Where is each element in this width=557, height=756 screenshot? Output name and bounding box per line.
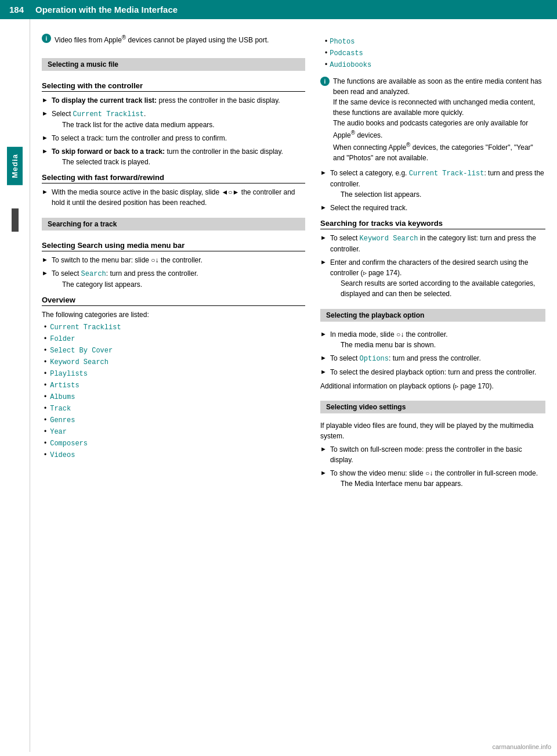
arrow-item-video-menu: ► To show the video menu: slide ○↓ the c… <box>320 468 545 489</box>
arrow-text-14: To select the desired playback option: t… <box>330 367 537 377</box>
arrow-text-3: To select a track: turn the controller a… <box>52 133 227 143</box>
arrow-item-select-required: ► Select the required track. <box>320 203 545 213</box>
arrow-item-keyword-enter: ► Enter and confirm the characters of th… <box>320 257 545 299</box>
arrow-icon-14: ► <box>320 368 327 375</box>
dot-icon: • <box>325 37 327 45</box>
list-item: •Current Tracklist <box>44 322 305 333</box>
arrow-text-7: To select Search: turn and press the con… <box>52 268 198 290</box>
info-functions-available: i The functions are available as soon as… <box>320 76 545 163</box>
page-number: 184 <box>9 5 24 15</box>
video-settings-intro: If playable video files are found, they … <box>320 420 545 441</box>
info-video-text: Video files from Apple® devices cannot b… <box>55 33 269 45</box>
page-title: Operation with the Media Interface <box>35 5 178 15</box>
info-icon-2: i <box>320 77 330 86</box>
list-item: •Artists <box>44 380 305 391</box>
arrow-icon-11: ► <box>320 258 327 265</box>
arrow-item-switch-menu: ► To switch to the menu bar: slide ○↓ th… <box>42 255 305 265</box>
arrow-text-2: Select Current Tracklist. The track list… <box>52 109 215 130</box>
section-searching-track: Searching for a track <box>42 218 305 231</box>
arrow-item-full-screen: ► To switch on full-screen mode: press t… <box>320 444 545 465</box>
list-item: •Videos <box>44 450 305 460</box>
arrow-text-5: With the media source active in the basi… <box>52 187 305 208</box>
left-column: i Video files from Apple® devices cannot… <box>30 19 314 752</box>
sidebar: Media <box>0 19 30 752</box>
dot-icon: • <box>44 323 46 331</box>
arrow-item-select-options: ► To select Options: turn and press the … <box>320 353 545 364</box>
overview-intro: The following categories are listed: <box>42 309 305 320</box>
list-item: •Composers <box>44 438 305 449</box>
arrow-icon-7: ► <box>42 269 48 276</box>
section-selecting-music-file: Selecting a music file <box>42 58 305 71</box>
additional-info-playback: Additional information on playback optio… <box>320 381 545 391</box>
dot-icon: • <box>44 369 46 377</box>
arrow-icon-10: ► <box>320 234 327 241</box>
subsection-keyword-search: Searching for tracks via keywords <box>320 219 545 229</box>
section-playback-option: Selecting the playback option <box>320 309 545 322</box>
arrow-text-10: To select Keyword Search in the category… <box>330 233 545 254</box>
list-item: •Albums <box>44 392 305 402</box>
arrow-icon-3: ► <box>42 134 48 141</box>
dot-icon: • <box>44 393 46 401</box>
arrow-text-9: Select the required track. <box>330 203 407 213</box>
subsection-fast-forward: Selecting with fast forward/rewind <box>42 173 305 183</box>
dot-icon: • <box>44 358 46 366</box>
right-column: •Photos •Podcasts •Audiobooks i The func… <box>314 19 557 752</box>
arrow-item-fast-forward: ► With the media source active in the ba… <box>42 187 305 208</box>
arrow-text-6: To switch to the menu bar: slide ○↓ the … <box>52 255 202 265</box>
subsection-controller: Selecting with the controller <box>42 81 305 92</box>
info-video-files: i Video files from Apple® devices cannot… <box>42 33 305 45</box>
dot-icon: • <box>325 60 327 69</box>
list-item: •Podcasts <box>325 48 545 59</box>
main-layout: Media i Video files from Apple® devices … <box>0 19 557 752</box>
arrow-text-13: To select Options: turn and press the co… <box>330 353 481 364</box>
list-item: •Genres <box>44 415 305 426</box>
list-item: •Folder <box>44 334 305 344</box>
list-item: •Select By Cover <box>44 345 305 356</box>
dot-icon: • <box>44 427 46 435</box>
subsection-search-menu: Selecting Search using media menu bar <box>42 241 305 251</box>
dot-icon: • <box>325 49 327 57</box>
category-list: •Current Tracklist •Folder •Select By Co… <box>44 322 305 460</box>
arrow-icon-9: ► <box>320 204 327 211</box>
arrow-icon-8: ► <box>320 169 327 176</box>
dot-icon: • <box>44 404 46 412</box>
arrow-item-keyword-select: ► To select Keyword Search in the catego… <box>320 233 545 254</box>
arrow-item-select-category: ► To select a category, e.g. Current Tra… <box>320 168 545 200</box>
sidebar-marker <box>12 208 19 232</box>
dot-icon: • <box>44 334 46 343</box>
arrow-icon-13: ► <box>320 354 327 361</box>
dot-icon: • <box>44 381 46 389</box>
arrow-text-16: To show the video menu: slide ○↓ the con… <box>330 468 538 489</box>
arrow-icon-15: ► <box>320 445 327 452</box>
arrow-text-4: To skip forward or back to a track: turn… <box>52 146 283 167</box>
arrow-item-desired-playback: ► To select the desired playback option:… <box>320 367 545 377</box>
arrow-item-skip-track: ► To skip forward or back to a track: tu… <box>42 146 305 167</box>
list-item: •Track <box>44 404 305 414</box>
sidebar-label: Media <box>7 147 23 185</box>
arrow-item-select-tracklist: ► Select Current Tracklist. The track li… <box>42 109 305 130</box>
arrow-text-15: To switch on full-screen mode: press the… <box>330 444 545 465</box>
info-icon-1: i <box>42 34 51 43</box>
dot-icon: • <box>44 346 46 354</box>
arrow-icon-6: ► <box>42 256 48 263</box>
list-item: •Playlists <box>44 369 305 379</box>
arrow-icon-16: ► <box>320 469 327 476</box>
arrow-icon-1: ► <box>42 96 48 103</box>
list-item: •Keyword Search <box>44 357 305 368</box>
list-item: •Year <box>44 427 305 437</box>
dot-icon: • <box>44 451 46 459</box>
list-item: •Photos <box>325 37 545 47</box>
content-area: i Video files from Apple® devices cannot… <box>30 19 557 752</box>
info-text-2: The functions are available as soon as t… <box>333 76 545 163</box>
arrow-item-select-search: ► To select Search: turn and press the c… <box>42 268 305 290</box>
arrow-text-1: To display the current track list: press… <box>52 95 280 106</box>
arrow-icon-2: ► <box>42 110 48 117</box>
arrow-icon-5: ► <box>42 188 48 195</box>
arrow-text-8: To select a category, e.g. Current Track… <box>330 168 545 200</box>
arrow-item-display-track: ► To display the current track list: pre… <box>42 95 305 106</box>
arrow-icon-4: ► <box>42 147 48 154</box>
dot-icon: • <box>44 416 46 424</box>
section-video-settings: Selecting video settings <box>320 401 545 413</box>
arrow-text-12: In media mode, slide ○↓ the controller. … <box>330 329 448 350</box>
dot-icon: • <box>44 439 46 447</box>
